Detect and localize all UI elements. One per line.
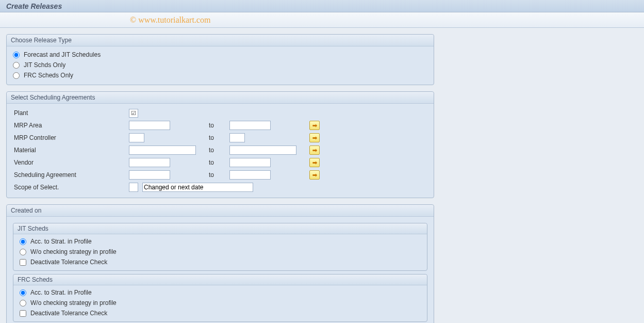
release-type-content: Forecast and JIT Schedules JIT Schds Onl… (7, 46, 434, 85)
scheduling-agreement-to-input[interactable] (229, 170, 271, 180)
label-frc-acc-strat[interactable]: Acc. to Strat. in Profile (30, 289, 92, 296)
radio-frc-acc-strat[interactable] (20, 289, 26, 296)
radio-jit-acc-strat[interactable] (20, 238, 26, 245)
label-frc-wo-checking[interactable]: W/o checking strategy in profile (30, 299, 117, 306)
material-label: Material (13, 147, 129, 154)
label-jit-only[interactable]: JIT Schds Only (24, 61, 65, 69)
label-frc-only[interactable]: FRC Scheds Only (24, 72, 73, 79)
arrow-right-icon: ➡ (312, 159, 317, 166)
created-on-title: Created on (7, 205, 434, 217)
checkbox-frc-deactivate-tolerance[interactable] (20, 310, 26, 317)
mrp-controller-label: MRP Controller (13, 134, 129, 141)
radio-forecast-jit[interactable] (13, 52, 20, 58)
watermark-text: © www.tutorialkart.com (6, 15, 210, 25)
radio-frc-wo-checking[interactable] (20, 300, 26, 306)
plant-checkbox[interactable]: ☑ (129, 109, 138, 118)
created-on-group: Created on JIT Scheds Acc. to Strat. in … (6, 204, 434, 323)
material-to-input[interactable] (229, 146, 296, 155)
jit-scheds-group: JIT Scheds Acc. to Strat. in Profile W/o… (13, 223, 427, 271)
to-label-2: to (209, 134, 229, 141)
frc-scheds-group: FRC Scheds Acc. to Strat. in Profile W/o… (13, 274, 427, 322)
scope-label: Scope of Select. (13, 184, 129, 191)
arrow-right-icon: ➡ (312, 172, 317, 179)
frc-scheds-content: Acc. to Strat. in Profile W/o checking s… (13, 285, 427, 321)
vendor-to-input[interactable] (229, 158, 271, 167)
label-jit-wo-checking[interactable]: W/o checking strategy in profile (30, 248, 117, 255)
scheduling-agreement-label: Scheduling Agreement (13, 171, 129, 179)
scheduling-agreement-from-input[interactable] (129, 170, 170, 180)
to-label-1: to (209, 122, 229, 129)
label-jit-acc-strat[interactable]: Acc. to Strat. in Profile (30, 238, 92, 245)
radio-jit-wo-checking[interactable] (20, 249, 26, 255)
to-label-5: to (209, 171, 229, 179)
mrp-controller-from-input[interactable] (129, 133, 144, 142)
page-title: Create Releases (6, 2, 62, 10)
radio-jit-only[interactable] (13, 62, 20, 69)
plant-label: Plant (13, 109, 129, 117)
frc-scheds-title: FRC Scheds (13, 274, 427, 285)
vendor-from-input[interactable] (129, 158, 170, 167)
mrp-controller-multiselect-button[interactable]: ➡ (309, 133, 320, 142)
mrp-area-multiselect-button[interactable]: ➡ (309, 121, 320, 130)
scheduling-agreements-content: Plant ☑ MRP Area to ➡ MRP Controller to (7, 104, 434, 198)
vendor-multiselect-button[interactable]: ➡ (309, 158, 320, 167)
jit-scheds-content: Acc. to Strat. in Profile W/o checking s… (13, 234, 427, 270)
scope-code-input[interactable] (129, 183, 138, 192)
vendor-label: Vendor (13, 159, 129, 166)
label-frc-deactivate-tolerance[interactable]: Deactivate Tolerance Check (30, 310, 107, 317)
mrp-area-label: MRP Area (13, 122, 129, 129)
radio-frc-only[interactable] (13, 72, 20, 79)
created-on-content: JIT Scheds Acc. to Strat. in Profile W/o… (7, 217, 434, 323)
material-from-input[interactable] (129, 146, 196, 155)
to-label-4: to (209, 159, 229, 166)
release-type-title: Choose Release Type (7, 35, 434, 46)
title-bar: Create Releases (0, 0, 644, 12)
mrp-area-to-input[interactable] (229, 121, 271, 130)
release-type-group: Choose Release Type Forecast and JIT Sch… (6, 34, 434, 85)
label-jit-deactivate-tolerance[interactable]: Deactivate Tolerance Check (30, 259, 107, 266)
mrp-area-from-input[interactable] (129, 121, 170, 130)
content-area: Choose Release Type Forecast and JIT Sch… (0, 28, 644, 323)
label-forecast-jit[interactable]: Forecast and JIT Schedules (24, 51, 101, 58)
arrow-right-icon: ➡ (312, 122, 317, 129)
mrp-controller-to-input[interactable] (229, 133, 245, 142)
scope-text-input[interactable] (142, 183, 253, 192)
jit-scheds-title: JIT Scheds (13, 223, 427, 234)
scheduling-agreements-title: Select Scheduling Agreements (7, 92, 434, 104)
scheduling-agreements-group: Select Scheduling Agreements Plant ☑ MRP… (6, 91, 434, 198)
to-label-3: to (209, 147, 229, 154)
checkbox-jit-deactivate-tolerance[interactable] (20, 259, 26, 266)
arrow-right-icon: ➡ (312, 135, 317, 141)
toolbar: © www.tutorialkart.com (0, 12, 644, 28)
arrow-right-icon: ➡ (312, 147, 317, 154)
scheduling-agreement-multiselect-button[interactable]: ➡ (309, 170, 320, 180)
material-multiselect-button[interactable]: ➡ (309, 146, 320, 155)
